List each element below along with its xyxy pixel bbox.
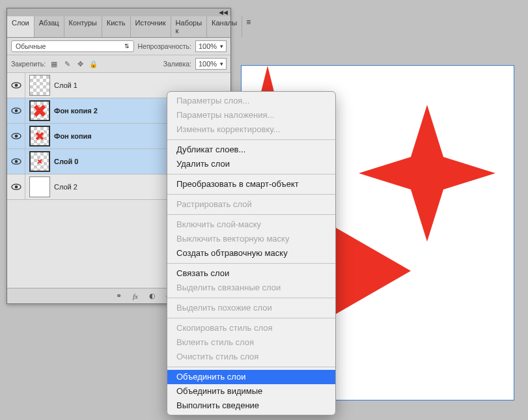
menu-item: Параметры наложения...: [167, 108, 335, 122]
layer-thumbnail[interactable]: [29, 126, 50, 147]
lock-transparency-icon[interactable]: ▦: [49, 59, 59, 68]
chevron-down-icon: ▾: [220, 43, 223, 49]
dropdown-icon: ⇅: [124, 43, 130, 49]
lock-fill-row: Закрепить: ▦ ✎ ✥ 🔒 Заливка: 100%▾: [7, 55, 230, 73]
lock-paint-icon[interactable]: ✎: [63, 59, 72, 68]
visibility-toggle[interactable]: [7, 98, 25, 123]
menu-item[interactable]: Дубликат слоев...: [167, 143, 335, 157]
menu-item: Растрировать слой: [167, 197, 335, 212]
visibility-toggle[interactable]: [7, 149, 25, 174]
tab-Абзац[interactable]: Абзац: [35, 16, 64, 37]
menu-item: Выключить векторную маску: [167, 232, 335, 246]
tab-Каналы[interactable]: Каналы: [207, 16, 242, 37]
menu-separator: [167, 298, 335, 298]
menu-item: Параметры слоя...: [167, 94, 335, 108]
menu-separator: [167, 139, 335, 140]
menu-item[interactable]: Преобразовать в смарт-объект: [167, 177, 335, 191]
layer-name[interactable]: Слой 2: [54, 183, 77, 191]
menu-separator: [167, 174, 335, 175]
svg-point-7: [14, 160, 18, 163]
opacity-input[interactable]: 100%▾: [195, 40, 227, 52]
menu-item: Включить слой-маску: [167, 217, 335, 232]
menu-item: Выделить похожие слои: [167, 301, 335, 315]
tab-Источник[interactable]: Источник: [131, 16, 171, 37]
layer-thumbnail[interactable]: [29, 151, 50, 172]
svg-point-9: [14, 186, 18, 189]
menu-separator: [167, 367, 335, 367]
tab-Контуры[interactable]: Контуры: [64, 16, 102, 37]
menu-item[interactable]: Объединить слои: [167, 370, 335, 384]
fx-icon[interactable]: fx: [130, 291, 141, 301]
visibility-toggle[interactable]: [7, 175, 25, 199]
lock-position-icon[interactable]: ✥: [76, 59, 85, 68]
menu-item: Очистить стиль слоя: [167, 350, 335, 364]
layer-name[interactable]: Фон копия 2: [54, 107, 98, 115]
tab-Кисть[interactable]: Кисть: [102, 16, 131, 37]
tab-Слои[interactable]: Слои: [7, 16, 35, 37]
menu-item[interactable]: Связать слои: [167, 266, 335, 281]
lock-all-icon[interactable]: 🔒: [89, 59, 98, 68]
layer-context-menu: Параметры слоя...Параметры наложения...И…: [167, 91, 336, 415]
svg-point-5: [14, 135, 18, 138]
menu-separator: [167, 318, 335, 318]
lock-label: Закрепить:: [11, 60, 46, 68]
layer-thumbnail[interactable]: [29, 176, 50, 197]
chevron-down-icon: ▾: [220, 61, 223, 67]
collapse-icon[interactable]: ◀◀: [219, 9, 228, 16]
opacity-label: Непрозрачность:: [138, 42, 192, 50]
menu-separator: [167, 263, 335, 264]
mask-icon[interactable]: ◐: [147, 291, 158, 301]
layer-thumbnail[interactable]: [29, 75, 50, 96]
layer-thumbnail[interactable]: [29, 100, 50, 121]
blend-opacity-row: Обычные ⇅ Непрозрачность: 100%▾: [7, 38, 230, 55]
blend-mode-dropdown[interactable]: Обычные ⇅: [11, 40, 134, 52]
panel-topbar: ◀◀: [7, 8, 230, 16]
menu-item[interactable]: Создать обтравочную маску: [167, 246, 335, 260]
menu-item: Вклеить стиль слоя: [167, 335, 335, 350]
menu-item[interactable]: Выполнить сведение: [167, 399, 335, 413]
menu-item: Изменить корректировку...: [167, 122, 335, 137]
layer-name[interactable]: Слой 0: [54, 158, 78, 165]
visibility-toggle[interactable]: [7, 73, 25, 98]
svg-point-3: [14, 109, 18, 113]
fill-label: Заливка:: [163, 60, 191, 68]
svg-point-1: [14, 84, 18, 87]
menu-separator: [167, 214, 335, 215]
svg-marker-11: [359, 105, 495, 242]
menu-item: Скопировать стиль слоя: [167, 321, 335, 335]
link-icon[interactable]: ⚭: [113, 291, 124, 301]
layer-name[interactable]: Слой 1: [54, 81, 77, 89]
menu-item[interactable]: Удалить слои: [167, 157, 335, 171]
panel-tabs: СлоиАбзацКонтурыКистьИсточникНаборы кКан…: [7, 16, 230, 38]
menu-item[interactable]: Объединить видимые: [167, 384, 335, 399]
panel-menu-icon[interactable]: ≡: [242, 16, 255, 37]
fill-input[interactable]: 100%▾: [195, 58, 227, 70]
layer-name[interactable]: Фон копия: [54, 132, 92, 140]
menu-item: Выделить связанные слои: [167, 281, 335, 295]
tab-Наборы к[interactable]: Наборы к: [171, 16, 208, 37]
visibility-toggle[interactable]: [7, 124, 25, 148]
blend-mode-value: Обычные: [16, 42, 46, 50]
menu-separator: [167, 194, 335, 195]
